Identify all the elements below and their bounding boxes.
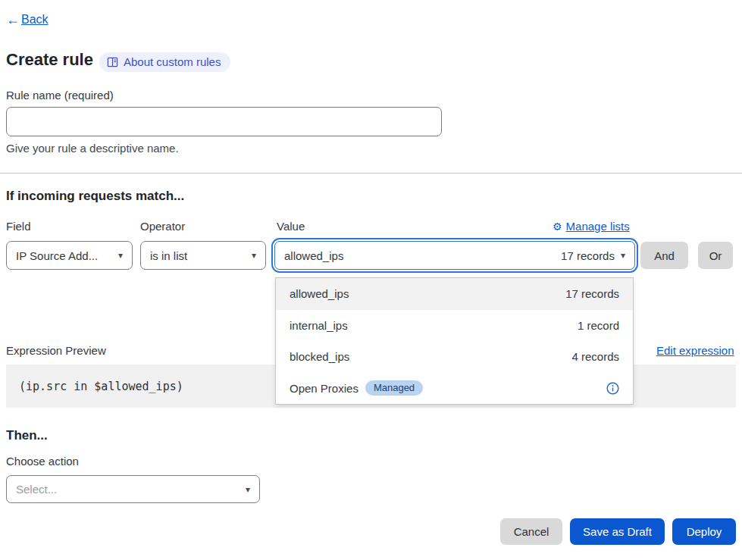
value-label: Value bbox=[277, 220, 305, 233]
field-label: Field bbox=[6, 220, 31, 233]
manage-lists-link[interactable]: ⚙ Manage lists bbox=[553, 220, 630, 233]
match-section-heading: If incoming requests match... bbox=[6, 189, 184, 204]
back-link[interactable]: ← Back bbox=[6, 13, 49, 27]
back-arrow-icon: ← bbox=[6, 13, 20, 27]
list-item-count: 17 records bbox=[565, 287, 619, 300]
list-item-name: blocked_ips bbox=[290, 350, 349, 363]
about-custom-rules-link[interactable]: About custom rules bbox=[99, 52, 230, 72]
choose-action-label: Choose action bbox=[6, 455, 79, 468]
cancel-button[interactable]: Cancel bbox=[500, 518, 562, 545]
value-select-value: allowed_ips bbox=[284, 249, 343, 262]
operator-select[interactable]: is in list ▾ bbox=[140, 241, 266, 270]
info-icon[interactable] bbox=[606, 382, 619, 395]
or-button[interactable]: Or bbox=[698, 242, 733, 269]
action-select[interactable]: Select... ▾ bbox=[6, 475, 260, 503]
value-select[interactable]: allowed_ips 17 records ▾ bbox=[274, 241, 635, 270]
expression-code: (ip.src in $allowed_ips) bbox=[19, 380, 183, 393]
operator-label: Operator bbox=[140, 220, 185, 233]
list-item-count: 1 record bbox=[578, 319, 619, 332]
rule-name-label: Rule name (required) bbox=[6, 89, 114, 102]
list-item-internal-ips[interactable]: internal_ips 1 record bbox=[276, 310, 633, 342]
list-dropdown-panel: allowed_ips 17 records internal_ips 1 re… bbox=[275, 277, 634, 405]
list-item-name: Open Proxies bbox=[290, 382, 358, 395]
about-custom-rules-label: About custom rules bbox=[124, 55, 221, 68]
page-title: Create rule bbox=[6, 50, 93, 70]
save-as-draft-button[interactable]: Save as Draft bbox=[570, 518, 665, 545]
chevron-down-icon: ▾ bbox=[621, 250, 625, 261]
list-item-name: allowed_ips bbox=[290, 287, 349, 300]
edit-expression-link[interactable]: Edit expression bbox=[656, 344, 734, 357]
action-select-placeholder: Select... bbox=[16, 483, 57, 496]
field-select-value: IP Source Add... bbox=[16, 249, 98, 262]
rule-name-helper-text: Give your rule a descriptive name. bbox=[6, 142, 179, 155]
list-item-count: 4 records bbox=[571, 350, 619, 363]
list-item-name: internal_ips bbox=[290, 319, 348, 332]
expression-preview-label: Expression Preview bbox=[6, 344, 106, 357]
list-item-blocked-ips[interactable]: blocked_ips 4 records bbox=[276, 341, 633, 373]
managed-badge: Managed bbox=[365, 380, 423, 396]
back-link-label[interactable]: Back bbox=[21, 13, 49, 27]
and-button[interactable]: And bbox=[640, 242, 688, 269]
list-item-open-proxies[interactable]: Open Proxies Managed bbox=[276, 373, 633, 405]
then-section-heading: Then... bbox=[6, 428, 48, 443]
value-record-count: 17 records bbox=[561, 249, 615, 262]
field-select[interactable]: IP Source Add... ▾ bbox=[6, 241, 133, 270]
create-rule-page: ← Back Create rule About custom rules Ru… bbox=[0, 0, 742, 560]
rule-name-input[interactable] bbox=[6, 107, 442, 136]
section-divider bbox=[0, 173, 742, 174]
manage-lists-label[interactable]: Manage lists bbox=[566, 220, 630, 233]
deploy-button[interactable]: Deploy bbox=[672, 518, 736, 545]
chevron-down-icon: ▾ bbox=[252, 250, 256, 261]
book-icon bbox=[107, 57, 118, 67]
operator-select-value: is in list bbox=[150, 249, 187, 262]
gear-icon: ⚙ bbox=[553, 221, 562, 233]
list-item-allowed-ips[interactable]: allowed_ips 17 records bbox=[276, 278, 633, 310]
chevron-down-icon: ▾ bbox=[118, 250, 123, 261]
chevron-down-icon: ▾ bbox=[246, 484, 250, 495]
